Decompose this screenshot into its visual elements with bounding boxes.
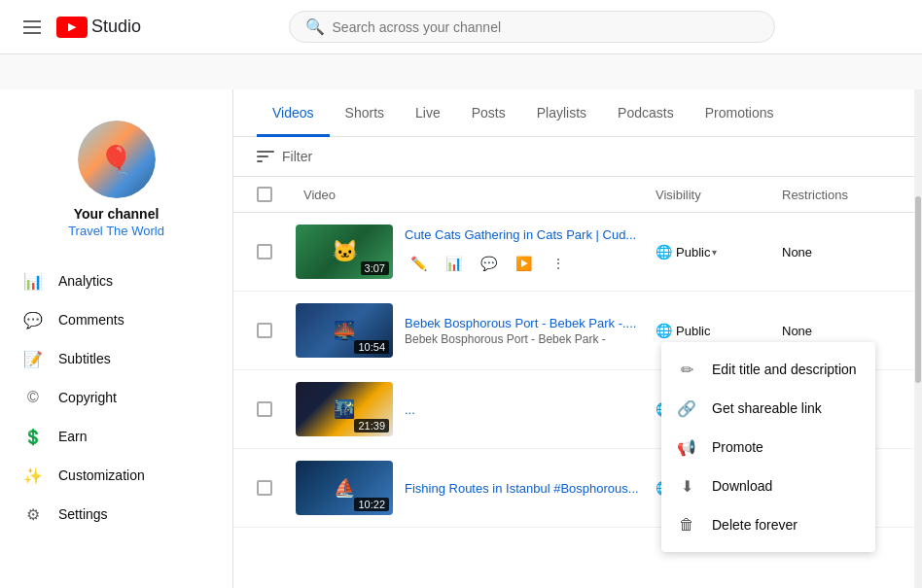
row2-globe-icon: 🌐 <box>656 323 672 338</box>
row3-checkbox[interactable] <box>257 401 272 417</box>
row2-visibility: 🌐 Public <box>656 323 782 338</box>
row1-edit-icon[interactable]: ✏️ <box>405 250 432 277</box>
sidebar-item-earn[interactable]: 💲 Earn <box>0 417 232 456</box>
sidebar-item-customization[interactable]: ✨ Customization <box>0 456 232 495</box>
row1-thumbnail-container: 🐱 3:07 <box>296 225 393 279</box>
menu-item-link[interactable]: 🔗 Get shareable link <box>661 389 875 428</box>
table-row: 🐱 3:07 Cute Cats Gathering in Cats Park … <box>233 213 922 292</box>
promote-menu-label: Promote <box>712 439 763 455</box>
row1-video-icon[interactable]: ▶️ <box>510 250 537 277</box>
row1-visibility: 🌐 Public ▾ <box>656 244 782 259</box>
row1-checkbox[interactable] <box>257 244 272 259</box>
menu-item-promote[interactable]: 📢 Promote <box>661 428 875 467</box>
row2-info: Bebek Bosphorous Port - Bebek Park -....… <box>393 316 656 346</box>
sidebar-customization-label: Customization <box>58 467 145 483</box>
search-icon: 🔍 <box>305 17 325 36</box>
customization-icon: ✨ <box>23 466 43 485</box>
row2-duration: 10:54 <box>354 340 389 354</box>
sidebar-item-analytics[interactable]: 📊 Analytics <box>0 261 232 300</box>
hamburger-menu[interactable] <box>16 13 49 42</box>
analytics-icon: 📊 <box>23 271 43 291</box>
download-menu-icon: ⬇ <box>677 476 696 496</box>
row1-info: Cute Cats Gathering in Cats Park | Cud..… <box>393 227 656 277</box>
main-content: Videos Shorts Live Posts Playlists Podca… <box>233 89 922 588</box>
earn-icon: 💲 <box>23 427 43 446</box>
channel-name-label: Your channel <box>74 206 160 222</box>
tab-podcasts[interactable]: Podcasts <box>602 89 690 137</box>
row1-title[interactable]: Cute Cats Gathering in Cats Park | Cud..… <box>405 227 644 242</box>
row3-title[interactable]: ... <box>405 402 644 417</box>
search-input[interactable] <box>333 19 759 35</box>
sidebar-item-subtitles[interactable]: 📝 Subtitles <box>0 339 232 378</box>
edit-menu-label: Edit title and description <box>712 362 857 377</box>
search-bar[interactable]: 🔍 <box>289 11 775 43</box>
row2-subtitle: Bebek Bosphorous Port - Bebek Park - <box>405 332 644 346</box>
tab-playlists[interactable]: Playlists <box>521 89 602 137</box>
tab-promotions[interactable]: Promotions <box>690 89 790 137</box>
row4-info: Fishing Routes in Istanbul #Bosphorous..… <box>393 481 656 496</box>
menu-item-edit[interactable]: ✏ Edit title and description <box>661 350 875 389</box>
col-header-restrictions: Restrictions <box>782 188 899 202</box>
sidebar-item-comments[interactable]: 💬 Comments <box>0 300 232 339</box>
svg-rect-1 <box>257 156 268 157</box>
delete-menu-label: Delete forever <box>712 517 798 533</box>
row1-globe-icon: 🌐 <box>656 244 672 259</box>
row1-visibility-dropdown[interactable]: Public ▾ <box>676 245 717 259</box>
menu-item-download[interactable]: ⬇ Download <box>661 467 875 505</box>
row2-title[interactable]: Bebek Bosphorous Port - Bebek Park -.... <box>405 316 644 330</box>
sidebar-settings-label: Settings <box>58 506 108 522</box>
row1-analytics-icon[interactable]: 📊 <box>440 250 467 277</box>
sidebar-item-copyright[interactable]: © Copyright <box>0 378 232 417</box>
row3-thumbnail-container: 🌃 21:39 <box>296 382 393 436</box>
comments-icon: 💬 <box>23 310 43 329</box>
row4-thumbnail-container: ⛵ 10:22 <box>296 461 393 515</box>
filter-icon <box>257 151 274 162</box>
yt-icon <box>56 17 88 38</box>
avatar: 🎈 <box>78 121 156 198</box>
scrollbar-thumb[interactable] <box>915 196 921 383</box>
delete-menu-icon: 🗑 <box>677 515 696 535</box>
row1-dropdown-arrow: ▾ <box>712 247 717 258</box>
sidebar-copyright-label: Copyright <box>58 390 117 405</box>
svg-rect-2 <box>257 160 263 162</box>
link-menu-label: Get shareable link <box>712 400 822 416</box>
row1-actions: ✏️ 📊 💬 ▶️ ⋮ <box>405 250 644 277</box>
row4-duration: 10:22 <box>354 498 389 511</box>
menu-item-delete[interactable]: 🗑 Delete forever <box>661 505 875 544</box>
row1-restrictions: None <box>782 245 899 259</box>
row2-restrictions: None <box>782 324 899 338</box>
tab-bar: Videos Shorts Live Posts Playlists Podca… <box>233 89 922 137</box>
row1-comment-icon[interactable]: 💬 <box>475 250 502 277</box>
download-menu-label: Download <box>712 478 772 494</box>
sidebar-item-settings[interactable]: ⚙ Settings <box>0 495 232 534</box>
svg-rect-0 <box>257 151 274 153</box>
row1-duration: 3:07 <box>361 261 389 275</box>
select-all-checkbox[interactable] <box>257 187 272 202</box>
col-header-video: Video <box>296 188 656 202</box>
row3-duration: 21:39 <box>354 419 389 432</box>
scrollbar-track[interactable] <box>914 89 922 588</box>
table-header: Video Visibility Restrictions <box>233 177 922 213</box>
row3-info: ... <box>393 402 656 417</box>
filter-label[interactable]: Filter <box>282 149 312 164</box>
row2-thumbnail-container: 🌉 10:54 <box>296 303 393 358</box>
filter-row: Filter <box>233 137 922 177</box>
tab-videos[interactable]: Videos <box>257 89 330 137</box>
tab-posts[interactable]: Posts <box>456 89 521 137</box>
row1-more-icon[interactable]: ⋮ <box>545 250 572 277</box>
youtube-logo: Studio <box>56 17 141 38</box>
tab-shorts[interactable]: Shorts <box>330 89 400 137</box>
row1-visibility-label: Public <box>676 245 710 259</box>
row4-checkbox[interactable] <box>257 480 272 496</box>
settings-icon: ⚙ <box>23 504 43 524</box>
subtitles-icon: 📝 <box>23 349 43 368</box>
row2-checkbox[interactable] <box>257 323 272 338</box>
row4-title[interactable]: Fishing Routes in Istanbul #Bosphorous..… <box>405 481 644 496</box>
row2-visibility-label: Public <box>676 324 710 338</box>
context-menu: ✏ Edit title and description 🔗 Get share… <box>661 342 875 552</box>
tab-live[interactable]: Live <box>400 89 456 137</box>
avatar-image: 🎈 <box>78 121 156 198</box>
sidebar: 🎈 Your channel Travel The World 📊 Analyt… <box>0 89 233 588</box>
col-header-visibility: Visibility <box>656 188 782 202</box>
studio-label: Studio <box>91 17 141 37</box>
